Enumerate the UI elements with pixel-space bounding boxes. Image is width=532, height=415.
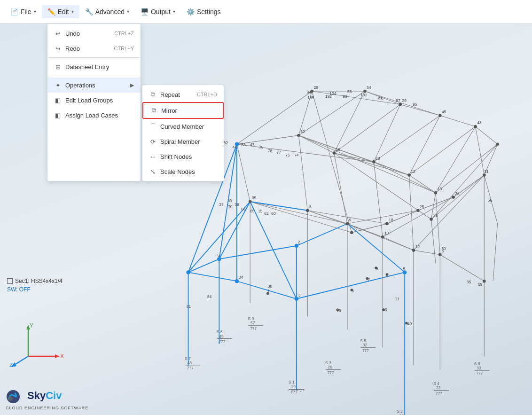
svg-text:69: 69 xyxy=(228,198,233,203)
svg-text:56: 56 xyxy=(488,198,493,203)
svg-point-108 xyxy=(372,160,376,164)
curved-member-icon: ⌒ xyxy=(149,123,156,130)
mirror-icon: ⧉ xyxy=(150,107,157,114)
datasheet-entry-item[interactable]: ⊞ Datasheet Entry xyxy=(47,59,141,74)
svg-text:91: 91 xyxy=(187,304,191,309)
repeat-icon: ⧉ xyxy=(149,91,156,98)
svg-text:8: 8 xyxy=(309,204,312,209)
svg-text:40: 40 xyxy=(407,321,412,326)
svg-text:95: 95 xyxy=(413,102,417,107)
svg-text:34: 34 xyxy=(239,275,243,280)
svg-text:777: 777 xyxy=(476,371,483,376)
repeat-item[interactable]: ⧉ Repeat CTRL+D xyxy=(142,87,224,102)
svg-point-249 xyxy=(366,277,368,280)
file-menu[interactable]: 📄 File ▾ xyxy=(5,5,42,18)
skyciv-logo: SkyCiv CLOUD ENGINEERING SOFTWARE xyxy=(5,386,88,410)
svg-text:15: 15 xyxy=(258,209,263,213)
operations-item[interactable]: ✦ Operations ▶ xyxy=(47,78,141,93)
edit-load-groups-icon: ◧ xyxy=(54,96,62,104)
svg-line-28 xyxy=(436,126,476,193)
svg-line-34 xyxy=(299,135,308,211)
svg-line-10 xyxy=(312,91,352,233)
svg-line-78 xyxy=(219,246,296,259)
svg-line-64 xyxy=(334,153,431,219)
separator-2 xyxy=(47,76,141,76)
output-menu[interactable]: 🖥️ Output ▾ xyxy=(135,5,181,18)
svg-point-97 xyxy=(399,103,402,106)
svg-text:77: 77 xyxy=(277,150,282,155)
svg-text:35: 35 xyxy=(252,196,257,200)
sw-label: SW: OFF xyxy=(7,286,63,293)
menubar: 📄 File ▾ ✏️ Edit ▾ 🔧 Advanced ▾ 🖥️ Outpu… xyxy=(0,0,532,23)
spiral-member-item[interactable]: ⟳ Spiral Member xyxy=(142,134,224,149)
mirror-item[interactable]: ⧉ Mirror xyxy=(142,102,224,119)
svg-point-114 xyxy=(346,222,349,226)
svg-text:11: 11 xyxy=(395,297,399,301)
svg-point-109 xyxy=(407,173,411,177)
settings-menu[interactable]: ⚙️ Settings xyxy=(181,5,227,18)
repeat-label: Repeat xyxy=(160,91,180,98)
redo-shortcut: CTRL+Y xyxy=(114,46,134,51)
edit-load-groups-item[interactable]: ◧ Edit Load Groups xyxy=(47,93,141,108)
advanced-menu[interactable]: 🔧 Advanced ▾ xyxy=(79,5,135,18)
scale-nodes-label: Scale Nodes xyxy=(160,168,195,175)
svg-line-39 xyxy=(431,219,436,264)
assign-load-cases-item[interactable]: ◧ Assign Load Cases xyxy=(47,108,141,123)
svg-text:777: 777 xyxy=(362,348,369,353)
svg-text:97: 97 xyxy=(396,98,400,103)
svg-text:Z: Z xyxy=(9,362,13,368)
mirror-label: Mirror xyxy=(161,107,177,114)
repeat-shortcut: CTRL+D xyxy=(197,92,217,97)
svg-text:65: 65 xyxy=(250,209,255,213)
svg-text:777: 777 xyxy=(328,370,334,375)
file-caret: ▾ xyxy=(34,9,36,14)
svg-text:777: 777 xyxy=(219,339,225,344)
svg-text:25: 25 xyxy=(420,204,424,209)
advanced-caret: ▾ xyxy=(127,9,129,14)
edit-menu[interactable]: ✏️ Edit ▾ xyxy=(42,5,79,18)
shift-nodes-item[interactable]: ↔ Shift Nodes xyxy=(142,149,224,164)
svg-text:47: 47 xyxy=(250,142,255,147)
scale-nodes-item[interactable]: ⤡ Scale Nodes xyxy=(142,164,224,179)
output-caret: ▾ xyxy=(173,9,175,14)
svg-text:11: 11 xyxy=(433,213,438,218)
svg-line-3 xyxy=(440,116,475,126)
svg-line-25 xyxy=(334,91,365,153)
edit-dropdown-wrapper: ↩ Undo CTRL+Z ↪ Redo CTRL+Y ⊞ Datasheet … xyxy=(47,23,224,181)
svg-line-14 xyxy=(374,116,440,162)
svg-line-74 xyxy=(188,272,237,281)
svg-point-116 xyxy=(412,249,415,252)
svg-text:55: 55 xyxy=(347,89,352,94)
svg-point-100 xyxy=(496,143,499,146)
svg-text:48: 48 xyxy=(477,120,482,125)
svg-line-29 xyxy=(431,144,498,219)
status-section: Sec1: HSS4x4x1/4 SW: OFF xyxy=(7,278,63,293)
shift-nodes-label: Shift Nodes xyxy=(160,153,192,160)
curved-member-item[interactable]: ⌒ Curved Member xyxy=(142,119,224,134)
svg-line-19 xyxy=(299,135,334,153)
svg-text:20: 20 xyxy=(328,365,333,369)
svg-text:Y: Y xyxy=(30,322,33,329)
settings-label: Settings xyxy=(197,8,221,16)
svg-point-115 xyxy=(381,235,384,239)
svg-text:10: 10 xyxy=(384,231,389,235)
undo-icon: ↩ xyxy=(54,30,62,37)
svg-text:84: 84 xyxy=(207,294,212,299)
redo-icon: ↪ xyxy=(54,45,62,52)
svg-line-4 xyxy=(476,126,498,144)
svg-text:79: 79 xyxy=(259,145,264,149)
svg-line-33 xyxy=(237,144,250,202)
svg-line-161 xyxy=(300,391,301,392)
svg-text:777: 777 xyxy=(436,391,442,396)
redo-item[interactable]: ↪ Redo CTRL+Y xyxy=(47,41,141,56)
undo-item[interactable]: ↩ Undo CTRL+Z xyxy=(47,26,141,41)
operations-submenu: ⧉ Repeat CTRL+D ⧉ Mirror ⌒ Curved Member… xyxy=(142,85,224,181)
svg-point-102 xyxy=(452,196,455,199)
assign-load-cases-label: Assign Load Cases xyxy=(65,112,118,119)
axes-widget: Y X Z xyxy=(9,321,66,368)
svg-text:70: 70 xyxy=(228,204,233,209)
svg-text:59: 59 xyxy=(478,282,483,287)
svg-line-63 xyxy=(299,135,409,175)
operations-label: Operations xyxy=(65,82,95,89)
svg-line-45 xyxy=(440,255,484,281)
